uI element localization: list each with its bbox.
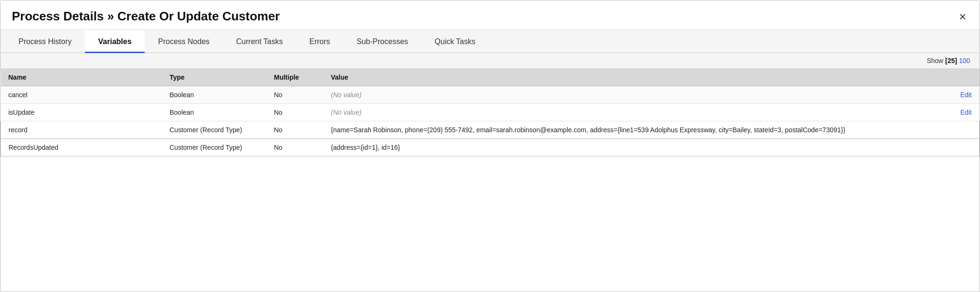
cell-action <box>951 139 980 156</box>
table-row: RecordsUpdated Customer (Record Type) No… <box>1 139 980 156</box>
table-body: cancel Boolean No (No value) Edit isUpda… <box>1 86 980 156</box>
cell-type: Customer (Record Type) <box>162 121 267 139</box>
variables-table-wrapper: Name Type Multiple Value cancel Boolean … <box>0 69 980 156</box>
modal-title: Process Details » Create Or Update Custo… <box>12 9 280 24</box>
show-100-link[interactable]: 100 <box>959 57 970 64</box>
show-active-count: [25] <box>945 57 957 64</box>
cell-name: record <box>1 121 162 139</box>
cell-action: Edit <box>951 104 980 121</box>
no-value-text: (No value) <box>331 109 362 116</box>
table-header: Name Type Multiple Value <box>1 69 980 86</box>
tab-quick-tasks[interactable]: Quick Tasks <box>421 30 489 53</box>
cell-value: (No value) <box>324 104 951 121</box>
cell-name: RecordsUpdated <box>1 139 162 156</box>
tab-bar: Process History Variables Process Nodes … <box>0 30 980 53</box>
variables-table: Name Type Multiple Value cancel Boolean … <box>0 69 980 156</box>
tab-process-nodes[interactable]: Process Nodes <box>145 30 223 53</box>
cell-type: Boolean <box>162 86 267 104</box>
col-header-type: Type <box>162 69 267 86</box>
tab-variables[interactable]: Variables <box>85 30 145 53</box>
col-header-value: Value <box>324 69 951 86</box>
tab-current-tasks[interactable]: Current Tasks <box>223 30 296 53</box>
table-row: record Customer (Record Type) No {name=S… <box>1 121 980 139</box>
cell-value: {address={id=1}, id=16} <box>324 139 951 156</box>
cell-action <box>951 121 980 139</box>
cell-value: {name=Sarah Robinson, phone=(209) 555-74… <box>324 121 951 139</box>
cell-name: cancel <box>1 86 162 104</box>
cell-multiple: No <box>267 121 324 139</box>
tab-errors[interactable]: Errors <box>296 30 343 53</box>
modal-container: Process Details » Create Or Update Custo… <box>0 0 980 292</box>
table-row: cancel Boolean No (No value) Edit <box>1 86 980 104</box>
edit-cancel-link[interactable]: Edit <box>960 91 971 99</box>
edit-isupdate-link[interactable]: Edit <box>960 109 971 116</box>
table-toolbar: Show [25] 100 <box>0 53 980 69</box>
cell-value: (No value) <box>324 86 951 104</box>
cell-multiple: No <box>267 139 324 156</box>
cell-type: Customer (Record Type) <box>162 139 267 156</box>
modal-header: Process Details » Create Or Update Custo… <box>0 0 980 30</box>
close-button[interactable]: × <box>957 10 968 23</box>
cell-multiple: No <box>267 104 324 121</box>
tab-process-history[interactable]: Process History <box>5 30 85 53</box>
cell-multiple: No <box>267 86 324 104</box>
cell-action: Edit <box>951 86 980 104</box>
col-header-name: Name <box>1 69 162 86</box>
table-row: isUpdate Boolean No (No value) Edit <box>1 104 980 121</box>
col-header-action <box>951 69 980 86</box>
tab-sub-processes[interactable]: Sub-Processes <box>343 30 422 53</box>
cell-type: Boolean <box>162 104 267 121</box>
col-header-multiple: Multiple <box>267 69 324 86</box>
show-label: Show <box>927 57 943 64</box>
no-value-text: (No value) <box>331 91 362 99</box>
cell-name: isUpdate <box>1 104 162 121</box>
